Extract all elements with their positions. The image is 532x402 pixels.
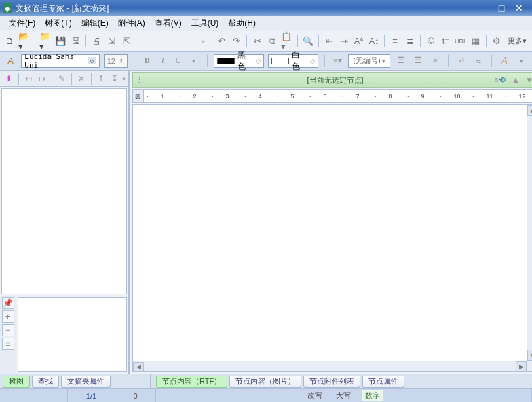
- pin-icon[interactable]: 📌: [2, 297, 14, 309]
- undo-icon[interactable]: ↶: [214, 35, 228, 48]
- ruler-tick: 12: [505, 90, 532, 102]
- menu-file[interactable]: 文件(F): [4, 16, 40, 31]
- hdr-down-icon[interactable]: ▼: [524, 75, 532, 85]
- horizontal-scrollbar[interactable]: ◀ ▶: [133, 361, 532, 371]
- font-size-select[interactable]: 12 ⇕: [104, 54, 128, 68]
- tree-moveup-icon[interactable]: ↥: [95, 73, 107, 85]
- import-icon[interactable]: ⇱: [119, 35, 133, 48]
- collapse-icon[interactable]: ≡: [2, 338, 14, 350]
- tab-tree[interactable]: 树图: [3, 376, 30, 388]
- align-full-icon[interactable]: ≣: [403, 35, 417, 48]
- cut-icon[interactable]: ✂: [250, 35, 264, 48]
- tree-view[interactable]: [1, 88, 127, 294]
- window-title: 文摘管理专家 - [新文摘夹]: [16, 3, 478, 14]
- tree-edit-icon[interactable]: ✎: [56, 73, 68, 85]
- minimize-button[interactable]: —: [478, 3, 490, 14]
- symbol-icon[interactable]: ©: [424, 35, 438, 48]
- fontcolor-icon[interactable]: A: [498, 54, 511, 68]
- numbering-select[interactable]: (无编号) ▾: [348, 54, 390, 68]
- toolbar-overflow-1[interactable]: »: [199, 38, 208, 45]
- clear-format-icon[interactable]: ▾: [515, 54, 528, 68]
- toolbar-more[interactable]: 更多▾: [505, 36, 529, 46]
- list1-icon[interactable]: ☰: [394, 54, 407, 68]
- size-dropdown-icon[interactable]: ⇕: [119, 58, 124, 64]
- header-handle-icon[interactable]: ⋮: [136, 76, 143, 85]
- menu-tree[interactable]: 树图(T): [40, 16, 76, 31]
- sub-icon[interactable]: x₂: [472, 54, 484, 68]
- font-select[interactable]: Lucida Sans Uni ◇: [21, 54, 99, 68]
- settings-icon[interactable]: ⚙: [490, 35, 504, 48]
- status-caps: 大写: [333, 390, 354, 401]
- export-icon[interactable]: ⇲: [104, 35, 118, 48]
- tab-image[interactable]: 节点内容（图片）: [229, 376, 301, 388]
- scroll-up-icon[interactable]: ▲: [527, 105, 532, 116]
- bold-icon[interactable]: B: [140, 54, 154, 68]
- list2-icon[interactable]: ☰: [412, 54, 425, 68]
- minus-icon[interactable]: −: [2, 324, 14, 336]
- menu-attach[interactable]: 附件(A): [113, 16, 150, 31]
- menu-help[interactable]: 帮助(H): [223, 16, 261, 31]
- open-icon[interactable]: 📂▾: [18, 35, 31, 48]
- align-left-icon[interactable]: ≡: [388, 35, 402, 48]
- more-format-icon[interactable]: ▾: [187, 54, 201, 68]
- close-button[interactable]: ✕: [513, 3, 525, 14]
- title-bar: ◆ 文摘管理专家 - [新文摘夹] — □ ✕: [0, 0, 532, 16]
- copy-icon[interactable]: ⧉: [265, 35, 279, 48]
- scroll-right-icon[interactable]: ▶: [516, 361, 527, 371]
- tab-attach-list[interactable]: 节点附件列表: [303, 376, 360, 388]
- table-icon[interactable]: ▦: [469, 35, 482, 48]
- tab-rtf[interactable]: 节点内容（RTF）: [156, 376, 227, 388]
- scroll-down-icon[interactable]: ▼: [527, 350, 532, 361]
- paste-icon[interactable]: 📋▾: [280, 35, 294, 48]
- case-icon[interactable]: Aᴬ: [352, 35, 366, 48]
- scroll-left-icon[interactable]: ◀: [133, 362, 144, 372]
- find-icon[interactable]: 🔍: [301, 35, 315, 48]
- tree-movedown-icon[interactable]: ↧: [109, 73, 121, 85]
- preview-area[interactable]: [18, 297, 127, 372]
- maximize-button[interactable]: □: [495, 3, 508, 14]
- hdr-up-icon[interactable]: ▲: [510, 75, 521, 85]
- tab-folder-props[interactable]: 文摘夹属性: [61, 376, 111, 388]
- tree-delete-icon[interactable]: ✕: [75, 73, 88, 85]
- tree-right-icon[interactable]: ↦: [36, 73, 48, 85]
- super-icon[interactable]: x²: [455, 54, 468, 68]
- indent-right-icon[interactable]: ⇥: [337, 35, 351, 48]
- ruler-corner-icon[interactable]: ▨: [133, 90, 144, 102]
- indent-left-icon[interactable]: ⇤: [322, 35, 336, 48]
- bg-color-select[interactable]: 白色 ◇: [268, 54, 318, 68]
- url-icon[interactable]: URL: [454, 35, 468, 48]
- menu-edit[interactable]: 编辑(E): [77, 16, 113, 31]
- fg-dropdown-icon[interactable]: ◇: [256, 58, 261, 64]
- a1-icon[interactable]: A: [4, 54, 17, 68]
- editor[interactable]: ▲ ▼ ◀ ▶: [132, 104, 532, 372]
- bg-dropdown-icon[interactable]: ◇: [310, 58, 315, 64]
- list3-icon[interactable]: ≡: [429, 54, 442, 68]
- align-icon[interactable]: ≡▾: [331, 54, 344, 68]
- sync-icon[interactable]: ⟲: [497, 75, 508, 85]
- num-dropdown-icon[interactable]: ▾: [382, 58, 385, 64]
- underline-icon[interactable]: U: [172, 54, 185, 68]
- redo-icon[interactable]: ↷: [229, 35, 243, 48]
- font-dropdown-icon[interactable]: ◇: [88, 57, 96, 64]
- plus-icon[interactable]: +: [2, 310, 14, 323]
- date-icon[interactable]: t⁺: [439, 35, 453, 48]
- menu-tool[interactable]: 工具(U): [187, 16, 224, 31]
- tab-find[interactable]: 查找: [32, 376, 59, 388]
- window-buttons: — □ ✕: [478, 3, 525, 14]
- sort-icon[interactable]: A↕: [367, 35, 381, 48]
- menu-view[interactable]: 查看(V): [150, 16, 187, 31]
- ruler-ticks[interactable]: 1 2 3 4 5 6 7 8 9 10 11 12: [144, 90, 532, 102]
- print-icon[interactable]: 🖨: [90, 35, 103, 48]
- new-icon[interactable]: 🗋: [3, 35, 16, 48]
- tree-overflow-icon[interactable]: »: [122, 75, 126, 82]
- italic-icon[interactable]: I: [156, 54, 170, 68]
- save-icon[interactable]: 💾: [54, 35, 67, 48]
- tree-up-icon[interactable]: ⬆: [3, 73, 15, 85]
- text-color-select[interactable]: 黑色 ◇: [214, 54, 264, 68]
- open2-icon[interactable]: 📁▾: [39, 35, 52, 48]
- saveall-icon[interactable]: 🖫: [69, 35, 82, 48]
- status-bar: 1/1 0 改写 大写 数字: [0, 388, 532, 402]
- tab-node-props[interactable]: 节点属性: [362, 376, 404, 388]
- vertical-scrollbar[interactable]: ▲ ▼: [527, 105, 532, 371]
- tree-left-icon[interactable]: ↤: [22, 73, 35, 85]
